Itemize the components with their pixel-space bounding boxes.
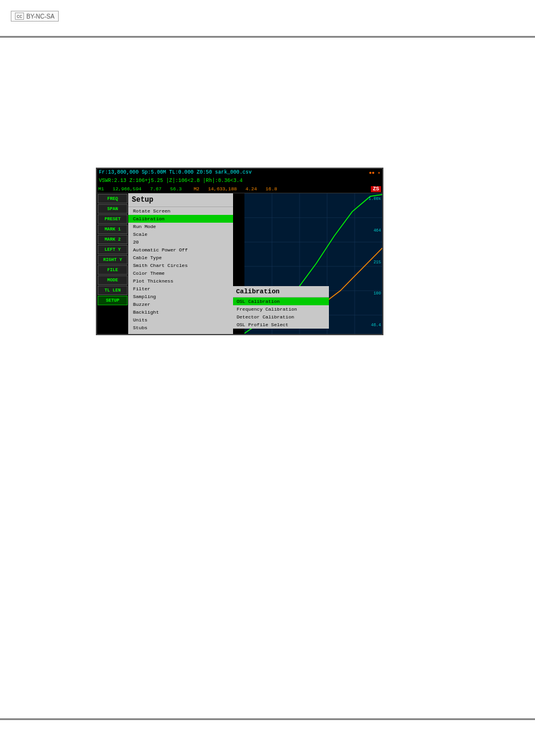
menu-area: 1.00k46421510046.4 Setup Rotate ScreenCa… bbox=[128, 193, 382, 335]
setup-item-filter[interactable]: Filter bbox=[128, 285, 233, 293]
setup-item-reset-factory-defaults[interactable]: Reset Factory Defaults bbox=[128, 332, 233, 335]
sidebar-btn-left-y[interactable]: LEFT Y bbox=[98, 245, 128, 254]
icons-row: ●● ✦ bbox=[369, 169, 380, 176]
setup-item-rotate-screen[interactable]: Rotate Screen bbox=[128, 207, 233, 215]
status-bar-line1: Fr:13,800,000 Sp:5.00M TL:0.000 Z0:50 sa… bbox=[97, 169, 382, 177]
marker1-info: M1 12,966,594 7.67 56.3 bbox=[98, 186, 182, 192]
calib-item-osl-profile-select[interactable]: OSL Profile Select bbox=[233, 321, 329, 329]
setup-item-sampling[interactable]: Sampling bbox=[128, 293, 233, 300]
sidebar-btn-setup[interactable]: SETUP bbox=[98, 296, 128, 305]
calibration-menu-title: Calibration bbox=[233, 286, 329, 297]
calibration-submenu[interactable]: Calibration OSL CalibrationFrequency Cal… bbox=[233, 286, 329, 329]
y-label: 1.00k bbox=[368, 196, 381, 201]
calib-item-osl-calibration[interactable]: OSL Calibration bbox=[233, 297, 329, 305]
top-divider bbox=[0, 36, 535, 38]
license-text: BY-NC-SA bbox=[26, 13, 55, 20]
license-badge: cc BY-NC-SA bbox=[11, 11, 59, 22]
sidebar-btn-mark-2[interactable]: MARK 2 bbox=[98, 235, 128, 244]
sidebar-btn-file[interactable]: FILE bbox=[98, 265, 128, 275]
status-vswr: VSWR:2.13 Z:106+j5.25 |Z|:106<2.8 |Rh|:0… bbox=[99, 178, 243, 184]
sidebar: FREQSPANPRESETMARK 1MARK 2LEFT YRIGHT YF… bbox=[97, 193, 128, 335]
setup-item-20[interactable]: 20 bbox=[128, 238, 233, 246]
calib-item-detector-calibration[interactable]: Detector Calibration bbox=[233, 313, 329, 321]
marker-bar: M1 12,966,594 7.67 56.3 M2 14,633,188 4.… bbox=[97, 186, 382, 193]
cc-icon: cc bbox=[15, 13, 24, 20]
zs-badge: ZS bbox=[371, 186, 381, 192]
status-bar-line2: VSWR:2.13 Z:106+j5.25 |Z|:106<2.8 |Rh|:0… bbox=[97, 177, 382, 186]
y-axis-labels: 1.00k46421510046.4 bbox=[368, 196, 381, 328]
y-label: 464 bbox=[368, 228, 381, 233]
sidebar-btn-mode[interactable]: MODE bbox=[98, 275, 128, 285]
setup-menu-title: Setup bbox=[128, 193, 233, 207]
setup-menu-panel[interactable]: Setup Rotate ScreenCalibrationRun ModeSc… bbox=[128, 193, 233, 335]
setup-item-units[interactable]: Units bbox=[128, 316, 233, 324]
setup-item-buzzer[interactable]: Buzzer bbox=[128, 300, 233, 308]
setup-item-smith-chart-circles[interactable]: Smith Chart Circles bbox=[128, 262, 233, 269]
y-label: 46.4 bbox=[368, 323, 381, 327]
sidebar-btn-freq[interactable]: FREQ bbox=[98, 194, 128, 204]
setup-item-automatic-power-off[interactable]: Automatic Power Off bbox=[128, 246, 233, 254]
device-screen: Fr:13,800,000 Sp:5.00M TL:0.000 Z0:50 sa… bbox=[96, 168, 383, 335]
main-area: FREQSPANPRESETMARK 1MARK 2LEFT YRIGHT YF… bbox=[97, 193, 382, 335]
setup-item-backlight[interactable]: Backlight bbox=[128, 308, 233, 316]
setup-item-stubs[interactable]: Stubs bbox=[128, 324, 233, 332]
sidebar-btn-preset[interactable]: PRESET bbox=[98, 214, 128, 224]
sidebar-btn-tl-len[interactable]: TL LEN bbox=[98, 286, 128, 295]
setup-item-scale[interactable]: Scale bbox=[128, 230, 233, 238]
marker2-info: M2 14,633,188 4.24 16.8 bbox=[194, 186, 277, 192]
setup-item-calibration[interactable]: Calibration bbox=[128, 215, 233, 223]
status-freq: Fr:13,800,000 Sp:5.00M TL:0.000 Z0:50 sa… bbox=[99, 169, 252, 175]
setup-item-plot-thickness[interactable]: Plot Thickness bbox=[128, 277, 233, 285]
calib-item-frequency-calibration[interactable]: Frequency Calibration bbox=[233, 305, 329, 313]
y-label: 215 bbox=[368, 260, 381, 265]
sidebar-btn-right-y[interactable]: RIGHT Y bbox=[98, 255, 128, 265]
setup-item-run-mode[interactable]: Run Mode bbox=[128, 223, 233, 230]
sidebar-btn-span[interactable]: SPAN bbox=[98, 204, 128, 214]
setup-item-color-theme[interactable]: Color Theme bbox=[128, 269, 233, 277]
setup-item-cable-type[interactable]: Cable Type bbox=[128, 254, 233, 262]
sidebar-btn-mark-1[interactable]: MARK 1 bbox=[98, 224, 128, 234]
y-label: 100 bbox=[368, 291, 381, 296]
bottom-divider bbox=[0, 718, 535, 720]
